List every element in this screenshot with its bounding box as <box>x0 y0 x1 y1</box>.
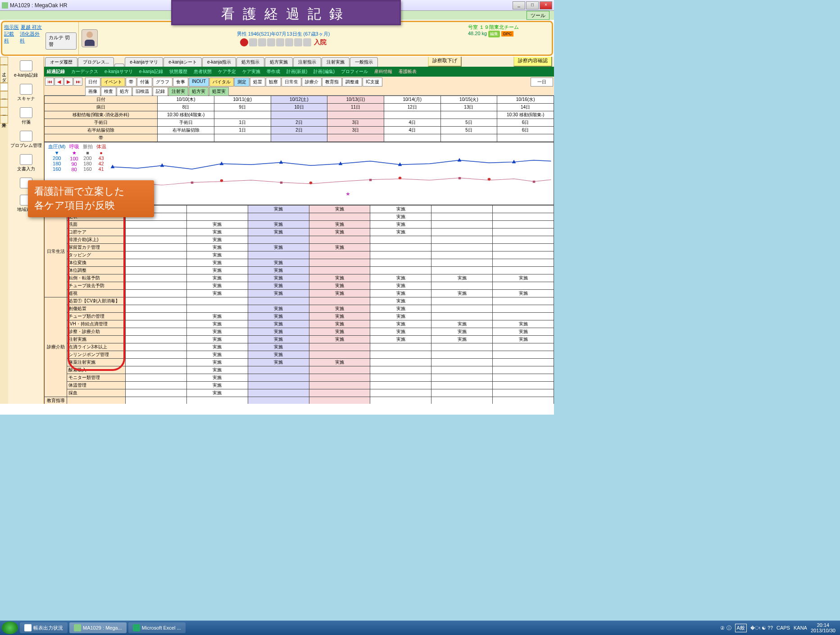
tab[interactable]: 処方指示 <box>236 57 264 67</box>
nav-item[interactable]: 文書入力 <box>10 152 42 174</box>
nav-item[interactable]: プロブレム管理 <box>10 129 42 151</box>
filter-chip[interactable]: 調整連 <box>342 78 362 87</box>
side-tab[interactable]: 看護 <box>0 83 8 91</box>
green-tab[interactable]: 産科情報 <box>374 69 392 75</box>
callout-note: 看護計画で立案した各ケア項目が反映 <box>28 180 154 217</box>
status-icon <box>276 38 284 46</box>
overlay-title: 看護経過記録 <box>171 0 401 25</box>
green-tab[interactable]: 計画(新規) <box>286 69 308 75</box>
side-tab[interactable]: 外来 <box>0 115 8 123</box>
tab[interactable]: 注射実施 <box>322 57 350 67</box>
nav-item[interactable]: e-kanja記録 <box>10 59 42 80</box>
green-tab[interactable]: プロフィール <box>341 69 368 75</box>
tab[interactable]: e-kanja指示 <box>202 57 236 67</box>
green-tab[interactable]: 帯作成 <box>267 69 280 75</box>
filter-chip[interactable]: 付箋 <box>137 78 152 87</box>
green-tab[interactable]: 計画(編集) <box>313 69 335 75</box>
link-shijii[interactable]: 指示医 <box>4 24 19 31</box>
link-kisai[interactable]: 記載科 <box>4 31 18 50</box>
svg-rect-2 <box>280 182 283 184</box>
link-natsu[interactable]: 夏越 祥次 <box>21 24 42 31</box>
filter-chip[interactable]: 日付 <box>85 78 100 87</box>
nav-item[interactable]: 付箋 <box>10 105 42 127</box>
filter-chip[interactable]: 教育指 <box>322 78 342 87</box>
filter-chip[interactable]: 食事 <box>173 78 188 87</box>
tab[interactable]: オーダ履歴 <box>45 57 77 67</box>
filter-chip[interactable]: 測定 <box>234 78 250 87</box>
filter-chip[interactable]: 処方実 <box>189 87 209 96</box>
schedule-header-table: 日付10/10(木)10/11(金)10/12(土)10/13(日)10/14(… <box>44 96 554 142</box>
filter-chip[interactable]: 処置実 <box>209 87 229 96</box>
green-tab[interactable]: e-kanja記録 <box>139 69 163 75</box>
one-day-button[interactable]: 一日 <box>531 78 553 87</box>
tab[interactable]: e-kanjaサマリ <box>125 57 163 67</box>
filter-chip[interactable]: 処方 <box>117 87 132 96</box>
side-tab[interactable]: オーダ入力 <box>0 65 8 83</box>
green-tab[interactable]: ケア予定 <box>218 69 236 75</box>
filter-chip[interactable]: INOUT <box>189 78 209 87</box>
green-tab[interactable]: 状態履歴 <box>169 69 187 75</box>
svg-point-8 <box>309 182 313 184</box>
close-button[interactable]: × <box>540 1 552 9</box>
nav-icon <box>20 131 32 142</box>
filter-chip[interactable]: 画像 <box>85 87 100 96</box>
filter-chip[interactable]: イベント <box>101 78 125 87</box>
nav-icon <box>20 154 32 165</box>
filter-chip[interactable]: 注射実 <box>168 87 188 96</box>
filter-chip[interactable]: 旧検温 <box>132 87 152 96</box>
filter-chip[interactable]: 記録 <box>153 87 168 96</box>
karte-button[interactable]: カルテ 切替 <box>45 32 77 50</box>
control-row: ⏮ ◀ ▶ ⏭ 日付イベント帯付箋グラフ食事INOUTバイタル測定処置観察日常生… <box>44 77 554 96</box>
date-nav-arrows: ⏮ ◀ ▶ ⏭ <box>45 78 82 86</box>
green-tab[interactable]: ケア実施 <box>242 69 260 75</box>
filter-chip[interactable]: 検査 <box>101 87 116 96</box>
maximize-button[interactable]: □ <box>526 1 539 9</box>
side-tab[interactable]: 実施 <box>0 99 8 107</box>
side-tab[interactable]: 共通 <box>0 57 8 65</box>
side-tabs: 共通オーダ入力看護参照実施入院指示外来 <box>0 57 8 404</box>
green-tab[interactable]: 患者状態 <box>194 69 212 75</box>
svg-text:★: ★ <box>345 192 350 196</box>
status-icon <box>285 38 293 46</box>
svg-point-9 <box>399 177 402 179</box>
svg-point-7 <box>220 179 223 182</box>
tab[interactable]: 注射指示 <box>293 57 321 67</box>
edit-button[interactable]: 編集 <box>488 31 500 37</box>
link-shoka[interactable]: 消化器外科 <box>20 31 43 50</box>
filter-chip[interactable]: バイタル <box>209 78 234 87</box>
exam-cancel-button[interactable]: 診察取下げ <box>428 57 462 67</box>
filter-chip[interactable]: 診療介 <box>302 78 322 87</box>
green-tab[interactable]: e-kanjaサマリ <box>104 69 133 75</box>
minimize-button[interactable]: _ <box>513 1 525 9</box>
nav-item[interactable]: スキャナ <box>10 82 42 104</box>
side-tab[interactable]: 参照 <box>0 91 8 99</box>
filter-chip[interactable]: 帯 <box>126 78 136 87</box>
first-button[interactable]: ⏮ <box>45 78 54 86</box>
weight-label: 48.20 kg <box>468 31 487 36</box>
dpc-button[interactable]: DPC <box>501 31 513 37</box>
next-button[interactable]: ▶ <box>64 78 73 86</box>
exam-confirm-button[interactable]: 診察内容確認 <box>513 57 552 67</box>
filter-chip[interactable]: グラフ <box>153 78 173 87</box>
tab[interactable]: 処方実施 <box>265 57 293 67</box>
prev-button[interactable]: ◀ <box>54 78 64 86</box>
green-tab[interactable]: 看護帳表 <box>399 69 417 75</box>
side-tab[interactable]: 入院指示 <box>0 107 8 115</box>
filter-chip[interactable]: 処置 <box>250 78 265 87</box>
tab[interactable] <box>114 64 124 67</box>
tab[interactable]: プログレス... <box>78 57 114 67</box>
last-button[interactable]: ⏭ <box>73 78 82 86</box>
green-tab[interactable]: カーデックス <box>71 69 98 75</box>
green-tab[interactable]: 経過記録 <box>47 69 65 75</box>
filter-chip[interactable]: 日常生 <box>282 78 301 87</box>
care-table: 日常生活清拭(全身)実施実施実施更衣実施洗面実施実施実施実施口腔ケア実施実施実施… <box>44 205 554 404</box>
menu-tool[interactable]: ツール <box>527 11 549 20</box>
filter-chip[interactable]: 観察 <box>266 78 281 87</box>
tab[interactable]: e-kanjaシート <box>163 57 202 67</box>
svg-rect-4 <box>459 177 461 179</box>
nav-icon <box>20 84 32 95</box>
tab[interactable]: 一般指示 <box>350 57 378 67</box>
main-area: 共通オーダ入力看護参照実施入院指示外来 e-kanja記録スキャナ付箋プロブレム… <box>0 57 554 404</box>
filter-chip[interactable]: IC支援 <box>363 78 382 87</box>
status-icon <box>249 38 257 46</box>
